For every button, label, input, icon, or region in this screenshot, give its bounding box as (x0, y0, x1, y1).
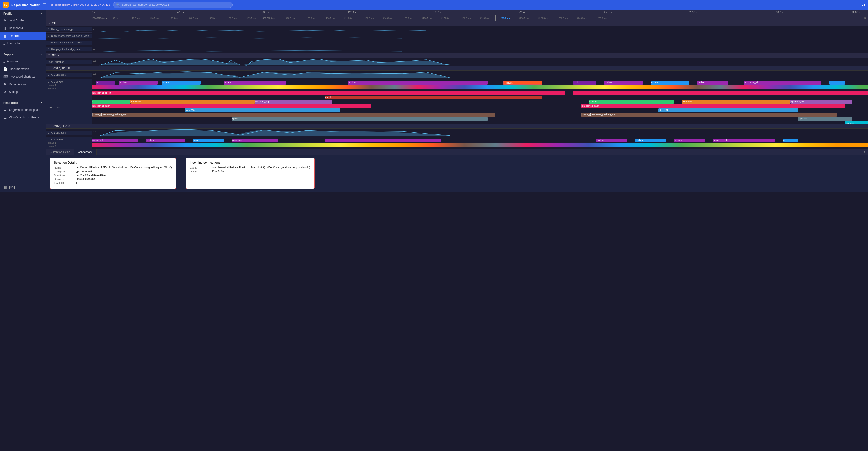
chevron-icon[interactable]: ∧ (40, 12, 42, 15)
sidebar-item-information[interactable]: ℹ Information (0, 40, 46, 47)
cpu-group-header[interactable]: ▼ CPU (46, 21, 868, 26)
settings-icon: ⚙ (3, 90, 6, 94)
highlighted-event-bar[interactable]: ncclKer... (503, 81, 542, 85)
sidebar-item-sagemaker-job[interactable]: ☁ SageMaker Training Job (0, 106, 46, 114)
sidebar-item-cloudwatch[interactable]: ☁ CloudWatch Log Group (0, 114, 46, 121)
track-content-cpu-uops[interactable]: 25 (92, 46, 868, 53)
host1-header[interactable]: ▼ HOST-0, PID-128 (46, 124, 868, 129)
event-bar[interactable]: ncclKe... (224, 81, 286, 85)
gpu-group-header[interactable]: ▼ GPUs (46, 53, 868, 58)
docs-icon: 📄 (3, 67, 7, 71)
tab-current-selection[interactable]: Current Selection (46, 149, 74, 155)
footer-icon-1[interactable]: ▦ (3, 185, 7, 190)
track-content-gpu0-host[interactable]: run_training_epoch epoch_1 fo... backwar… (92, 91, 868, 124)
selection-row-duration: Duration 8ms 930us 996ns (54, 178, 172, 181)
event-bar-forward-right[interactable]: forward (589, 100, 674, 104)
topbar-title: SageMaker Profiler (11, 3, 40, 7)
track-content-gpu1-device[interactable]: ncclKernel... ncclKer... ncclKer... nccl… (92, 137, 868, 149)
stream1-row: n... ncclKer... ncclKer... ncclKe... ncc… (92, 80, 868, 84)
event-bar-run-training-batch-right[interactable]: run_training_batch (581, 104, 844, 108)
event-bar-run-training-epoch[interactable]: run_training_epoch (92, 91, 565, 95)
sidebar-item-label: Report issuus (9, 83, 26, 86)
event-bar-forward-left[interactable]: fo... (92, 100, 130, 104)
cpu-collapse-icon[interactable]: ▼ (48, 22, 51, 25)
gpu-collapse-icon[interactable]: ▼ (48, 54, 51, 57)
event-bar-cumem[interactable]: cuMem... (845, 121, 868, 124)
event-bar[interactable]: ncclKernel_All... (744, 81, 822, 85)
event-bar[interactable]: ncclKer... (674, 138, 705, 142)
event-bar[interactable]: ncclKer... (348, 81, 488, 85)
event-bar-backward-right[interactable]: backward (682, 100, 790, 104)
event-bar-run-training-epoch-right[interactable] (573, 91, 868, 95)
keyboard-icon: ⌨ (3, 75, 8, 78)
event-bar[interactable] (324, 138, 441, 142)
event-bar[interactable]: ncclKer... (651, 81, 689, 85)
event-bar[interactable]: ncclKer... (161, 81, 200, 85)
sidebar-item-about-us[interactable]: ℹ About us (0, 58, 46, 65)
event-bar[interactable]: ncclKer... (604, 81, 643, 85)
event-bar[interactable]: n... (96, 81, 115, 85)
event-bar[interactable]: ncclKer... (596, 138, 627, 142)
track-content-gpu0-device[interactable]: n... ncclKer... ncclKer... ncclKe... ncc… (92, 79, 868, 91)
chevron-icon-resources[interactable]: ∧ (40, 101, 42, 105)
track-content-sum-util[interactable]: 100 (92, 58, 868, 66)
event-bar[interactable]: ncclKernel... (92, 138, 138, 142)
host0-collapse-icon[interactable]: ▼ (48, 67, 50, 70)
event-bar-ddp-right[interactable]: [Strategy]DDPStrategy.training_step (581, 113, 837, 117)
track-content-gpu0-util[interactable]: 100 (92, 71, 868, 79)
event-bar-run-training-batch-left[interactable]: run_training_batch (92, 104, 371, 108)
event-bar-optimizer-right[interactable]: optimizer_step (790, 100, 852, 104)
event-bar-optimize-left[interactable]: optimize (231, 117, 488, 121)
event-bar-step233[interactable]: step_233 (185, 108, 340, 112)
event-bar-backward-left[interactable]: backward (130, 100, 255, 104)
event-bar[interactable]: n... (829, 81, 845, 85)
details-expand-icon[interactable]: ↕ (861, 149, 868, 155)
event-bar-ddp-left[interactable]: [Strategy]DDPStrategy.training_step (92, 113, 495, 117)
sidebar-item-keyboard-shortcuts[interactable]: ⌨ Keyboard shortcuts (0, 73, 46, 80)
gpu-group-label: GPUs (52, 54, 59, 57)
event-bar[interactable]: n... (783, 138, 798, 142)
event-bar-optimize-right[interactable]: optimize (798, 117, 852, 121)
event-bar[interactable]: ncclKer... (119, 81, 158, 85)
track-content-cpu-itlb[interactable] (92, 33, 868, 39)
event-bar[interactable]: ncclKer... (697, 81, 728, 85)
search-input[interactable] (122, 3, 229, 6)
svg-text:100: 100 (93, 60, 96, 62)
event-bar[interactable]: nccl... (573, 81, 596, 85)
sidebar-item-label: Settings (9, 90, 19, 94)
about-icon: ℹ (3, 60, 4, 63)
host0-header[interactable]: ▼ HOST-0, PID-126 (46, 66, 868, 71)
sidebar-item-dashboard[interactable]: ▦ Dashboard (0, 24, 46, 32)
sidebar-footer: ▦ DB (0, 183, 46, 192)
track-content-cpu-mem[interactable] (92, 39, 868, 46)
track-content-cpu-inst[interactable]: 50 (92, 26, 868, 33)
tab-connections[interactable]: Connections (74, 149, 97, 155)
chevron-icon-support[interactable]: ∧ (40, 53, 42, 56)
event-bar[interactable]: ncclKernel_AllR... (713, 138, 775, 142)
event-bar[interactable]: ncclKer... (635, 138, 666, 142)
hamburger-icon[interactable]: ☰ (42, 3, 46, 7)
sidebar-item-settings[interactable]: ⚙ Settings (0, 88, 46, 96)
sidebar-item-report-issues[interactable]: ⚑ Report issuus (0, 80, 46, 88)
track-row-sum-util: SUM Utilization 100 (46, 58, 868, 66)
footer-icon-2[interactable]: DB (9, 186, 14, 189)
track-label-cpu-inst: CPU-inst_retired.any_p (46, 27, 92, 31)
track-row-cpu-itlb: CPU-itlb_misses.miss_causes_a_walk (46, 33, 868, 39)
event-bar[interactable]: ncclKer... (146, 138, 185, 142)
event-bar[interactable]: ncclKer... (193, 138, 224, 142)
track-label-cpu-mem: CPU-mem_load_retired.l3_miss (46, 41, 92, 45)
sidebar-item-load-profile[interactable]: ↻ Load Profile (0, 17, 46, 24)
search-bar[interactable]: 🔍 (113, 2, 232, 8)
event-bar-optimizer-left[interactable]: optimizer_step (255, 100, 333, 104)
event-bar[interactable]: ncclKernel... (231, 138, 278, 142)
sidebar-item-documentation[interactable]: 📄 Documentation (0, 65, 46, 73)
sidebar-item-timeline[interactable]: ▤ Timeline (0, 32, 46, 40)
event-bar-epoch1[interactable]: epoch_1 (324, 96, 542, 99)
timeline-scroll[interactable]: ▼ CPU CPU-inst_retired.any_p 50 (46, 21, 868, 149)
track-content-gpu1-util[interactable]: 100 (92, 129, 868, 137)
event-bar-step234[interactable]: step_234 (658, 108, 798, 112)
svg-text:100: 100 (93, 73, 96, 75)
cloudwatch-icon: ☁ (3, 116, 7, 120)
host1-collapse-icon[interactable]: ▼ (48, 125, 50, 128)
power-icon[interactable]: ⏻ (861, 3, 865, 7)
